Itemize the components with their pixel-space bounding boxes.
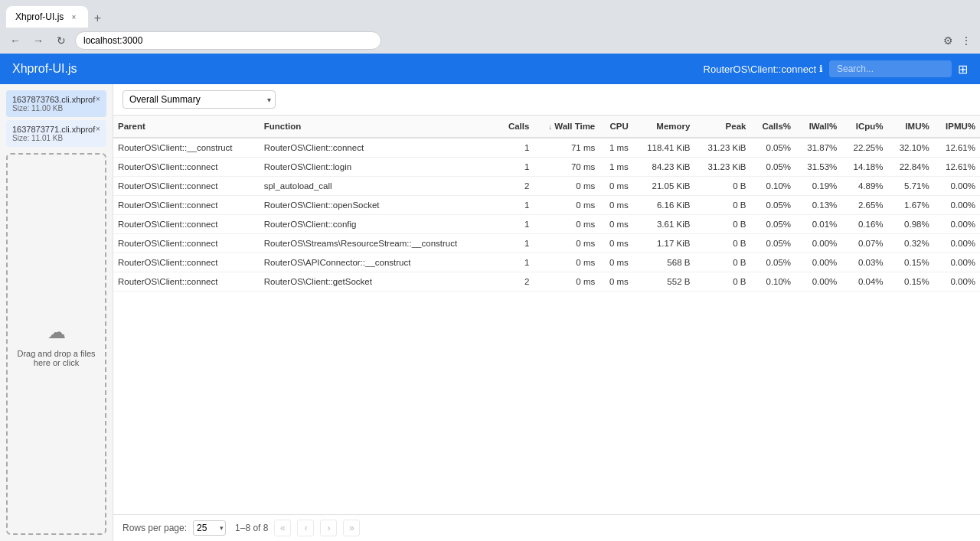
cell-ipmu-pct-6: 0.00% bbox=[934, 253, 980, 272]
upload-icon: ☁ bbox=[47, 321, 66, 343]
cell-imu-pct-1: 22.84% bbox=[888, 158, 934, 177]
sort-icon: ↓ bbox=[549, 123, 553, 131]
cell-wall-time-7: 0 ms bbox=[534, 272, 599, 292]
cell-cpu-0: 1 ms bbox=[599, 138, 633, 158]
cell-peak-7: 0 B bbox=[694, 272, 750, 292]
cell-wall-time-1: 70 ms bbox=[534, 158, 599, 177]
cell-calls-pct-2: 0.10% bbox=[750, 177, 795, 196]
col-iwall-pct[interactable]: IWall% bbox=[795, 116, 841, 138]
cell-iwall-pct-3: 0.13% bbox=[795, 196, 841, 215]
table-row[interactable]: RouterOS\Client::__construct RouterOS\Cl… bbox=[113, 138, 980, 158]
col-icpu-pct[interactable]: ICpu% bbox=[841, 116, 887, 138]
address-bar-right: ⚙ ⋮ bbox=[940, 33, 974, 48]
cell-calls-pct-3: 0.05% bbox=[750, 196, 795, 215]
cell-imu-pct-7: 0.15% bbox=[888, 272, 934, 292]
cell-cpu-3: 0 ms bbox=[599, 196, 633, 215]
drop-zone[interactable]: ☁ Drag and drop a files here or click bbox=[6, 153, 106, 535]
table-row[interactable]: RouterOS\Client::connect RouterOS\Client… bbox=[113, 158, 980, 177]
col-memory[interactable]: Memory bbox=[633, 116, 695, 138]
cell-peak-5: 0 B bbox=[694, 234, 750, 253]
next-page-button[interactable]: › bbox=[320, 520, 337, 536]
cell-cpu-4: 0 ms bbox=[599, 215, 633, 234]
table-row[interactable]: RouterOS\Client::connect RouterOS\Client… bbox=[113, 272, 980, 292]
file-item-0[interactable]: 1637873763.cli.xhprof Size: 11.00 KB × bbox=[6, 90, 106, 117]
file-size-1: Size: 11.01 KB bbox=[12, 134, 100, 142]
table-row[interactable]: RouterOS\Client::connect RouterOS\APICon… bbox=[113, 253, 980, 272]
cell-function-2: spl_autoload_call bbox=[260, 177, 498, 196]
col-calls-pct[interactable]: Calls% bbox=[750, 116, 795, 138]
cell-calls-pct-4: 0.05% bbox=[750, 215, 795, 234]
forward-button[interactable]: → bbox=[29, 31, 47, 50]
grid-icon[interactable]: ⊞ bbox=[958, 62, 968, 77]
app-title: Xhprof-UI.js bbox=[12, 62, 691, 76]
table-row[interactable]: RouterOS\Client::connect RouterOS\Client… bbox=[113, 215, 980, 234]
cell-calls-2: 2 bbox=[498, 177, 534, 196]
new-tab-button[interactable]: + bbox=[88, 9, 106, 28]
cell-iwall-pct-0: 31.87% bbox=[795, 138, 841, 158]
table-body: RouterOS\Client::__construct RouterOS\Cl… bbox=[113, 138, 980, 292]
cell-peak-1: 31.23 KiB bbox=[694, 158, 750, 177]
first-page-button[interactable]: « bbox=[274, 520, 291, 536]
file-close-1[interactable]: × bbox=[93, 123, 103, 134]
header-right: RouterOS\Client::connect ℹ ⊞ bbox=[704, 60, 968, 77]
menu-icon[interactable]: ⋮ bbox=[959, 33, 974, 48]
cell-ipmu-pct-2: 0.00% bbox=[934, 177, 980, 196]
table-row[interactable]: RouterOS\Client::connect spl_autoload_ca… bbox=[113, 177, 980, 196]
table-row[interactable]: RouterOS\Client::connect RouterOS\Stream… bbox=[113, 234, 980, 253]
table-row[interactable]: RouterOS\Client::connect RouterOS\Client… bbox=[113, 196, 980, 215]
col-peak[interactable]: Peak bbox=[694, 116, 750, 138]
col-parent[interactable]: Parent bbox=[113, 116, 260, 138]
cell-calls-pct-0: 0.05% bbox=[750, 138, 795, 158]
browser-tabs: Xhprof-UI.js × + bbox=[6, 0, 106, 28]
address-input[interactable] bbox=[75, 31, 381, 50]
cell-parent-4: RouterOS\Client::connect bbox=[113, 215, 260, 234]
prev-page-button[interactable]: ‹ bbox=[297, 520, 314, 536]
cell-memory-1: 84.23 KiB bbox=[633, 158, 695, 177]
cell-icpu-pct-3: 2.65% bbox=[841, 196, 887, 215]
cell-memory-0: 118.41 KiB bbox=[633, 138, 695, 158]
col-ipmu-pct[interactable]: IPMU% bbox=[934, 116, 980, 138]
cell-icpu-pct-0: 22.25% bbox=[841, 138, 887, 158]
cell-calls-6: 1 bbox=[498, 253, 534, 272]
cell-parent-1: RouterOS\Client::connect bbox=[113, 158, 260, 177]
file-name-1: 1637873771.cli.xhprof bbox=[12, 125, 100, 134]
col-wall-time[interactable]: ↓ Wall Time bbox=[534, 116, 599, 138]
content-area: Overall Summary ▾ Parent Function Calls … bbox=[113, 84, 980, 541]
cell-calls-5: 1 bbox=[498, 234, 534, 253]
cell-icpu-pct-2: 4.89% bbox=[841, 177, 887, 196]
reload-button[interactable]: ↻ bbox=[52, 31, 70, 50]
file-close-0[interactable]: × bbox=[93, 93, 103, 104]
cell-parent-2: RouterOS\Client::connect bbox=[113, 177, 260, 196]
summary-select-wrapper: Overall Summary ▾ bbox=[122, 90, 276, 109]
cell-ipmu-pct-0: 12.61% bbox=[934, 138, 980, 158]
tab-title: Xhprof-UI.js bbox=[15, 11, 64, 22]
summary-select[interactable]: Overall Summary bbox=[122, 90, 276, 109]
cell-imu-pct-5: 0.32% bbox=[888, 234, 934, 253]
cell-memory-7: 552 B bbox=[633, 272, 695, 292]
cell-function-4: RouterOS\Client::config bbox=[260, 215, 498, 234]
extensions-icon[interactable]: ⚙ bbox=[940, 33, 956, 48]
cell-parent-7: RouterOS\Client::connect bbox=[113, 272, 260, 292]
browser-tab[interactable]: Xhprof-UI.js × bbox=[6, 6, 88, 28]
cell-imu-pct-2: 5.71% bbox=[888, 177, 934, 196]
col-function[interactable]: Function bbox=[260, 116, 498, 138]
col-cpu[interactable]: CPU bbox=[599, 116, 633, 138]
main-layout: 1637873763.cli.xhprof Size: 11.00 KB × 1… bbox=[0, 84, 980, 541]
cell-function-3: RouterOS\Client::openSocket bbox=[260, 196, 498, 215]
cell-cpu-5: 0 ms bbox=[599, 234, 633, 253]
cell-imu-pct-4: 0.98% bbox=[888, 215, 934, 234]
cell-wall-time-6: 0 ms bbox=[534, 253, 599, 272]
header-search-input[interactable] bbox=[829, 60, 952, 77]
col-imu-pct[interactable]: IMU% bbox=[888, 116, 934, 138]
rows-per-page-select[interactable]: 10 25 50 100 bbox=[193, 520, 226, 536]
col-calls[interactable]: Calls bbox=[498, 116, 534, 138]
last-page-button[interactable]: » bbox=[343, 520, 360, 536]
pagination-info: 1–8 of 8 bbox=[235, 523, 268, 533]
back-button[interactable]: ← bbox=[6, 31, 24, 50]
cell-iwall-pct-7: 0.00% bbox=[795, 272, 841, 292]
cell-cpu-7: 0 ms bbox=[599, 272, 633, 292]
cell-cpu-2: 0 ms bbox=[599, 177, 633, 196]
tab-close-button[interactable]: × bbox=[68, 11, 79, 22]
header-function-label: RouterOS\Client::connect ℹ bbox=[704, 64, 823, 75]
file-item-1[interactable]: 1637873771.cli.xhprof Size: 11.01 KB × bbox=[6, 120, 106, 147]
